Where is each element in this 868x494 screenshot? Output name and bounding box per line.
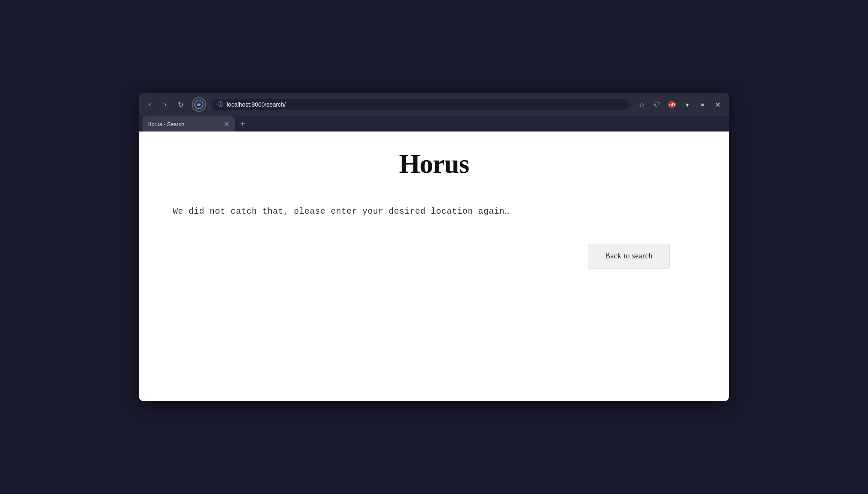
reload-icon: ↻: [178, 101, 183, 109]
tab-bar: Horus - Search ✕ +: [139, 116, 729, 132]
close-icon: ✕: [715, 101, 721, 109]
bookmark-icon: ☆: [639, 101, 645, 109]
menu-button[interactable]: ≡: [696, 98, 709, 111]
shield-button[interactable]: 🛡: [651, 98, 663, 111]
active-tab[interactable]: Horus - Search ✕: [142, 116, 235, 132]
back-btn-container: Back to search: [173, 244, 695, 268]
dropdown-button[interactable]: ▾: [681, 98, 694, 111]
new-tab-button[interactable]: +: [237, 118, 249, 130]
back-button[interactable]: ‹: [144, 99, 156, 110]
toolbar-actions: ☆ 🛡 uD ▾ ≡ ✕: [635, 98, 724, 111]
svg-rect-3: [198, 99, 200, 104]
browser-window: ‹ › ↻ ⓘ: [139, 93, 729, 401]
page-content: Horus We did not catch that, please ente…: [139, 132, 729, 401]
address-bar-container[interactable]: ⓘ: [212, 99, 629, 110]
ublock-button[interactable]: uD: [666, 98, 678, 111]
info-icon: ⓘ: [217, 101, 223, 108]
browser-logo: [191, 97, 206, 112]
page-heading: Horus: [173, 148, 695, 180]
tab-close-button[interactable]: ✕: [222, 120, 230, 128]
ublock-badge: uD: [668, 101, 676, 108]
forward-button[interactable]: ›: [159, 99, 171, 110]
window-close-button[interactable]: ✕: [711, 98, 724, 111]
tab-title: Horus - Search: [147, 121, 219, 127]
back-to-search-button[interactable]: Back to search: [588, 244, 670, 268]
reload-button[interactable]: ↻: [174, 99, 186, 110]
shield-icon: 🛡: [654, 101, 660, 108]
browser-chrome: ‹ › ↻ ⓘ: [139, 93, 729, 132]
dropdown-icon: ▾: [686, 101, 689, 109]
browser-toolbar: ‹ › ↻ ⓘ: [139, 93, 729, 116]
menu-icon: ≡: [700, 101, 704, 108]
forward-icon: ›: [164, 101, 166, 108]
bookmark-button[interactable]: ☆: [635, 98, 648, 111]
back-icon: ‹: [149, 101, 151, 108]
error-message: We did not catch that, please enter your…: [173, 205, 510, 218]
address-bar[interactable]: [227, 101, 623, 108]
